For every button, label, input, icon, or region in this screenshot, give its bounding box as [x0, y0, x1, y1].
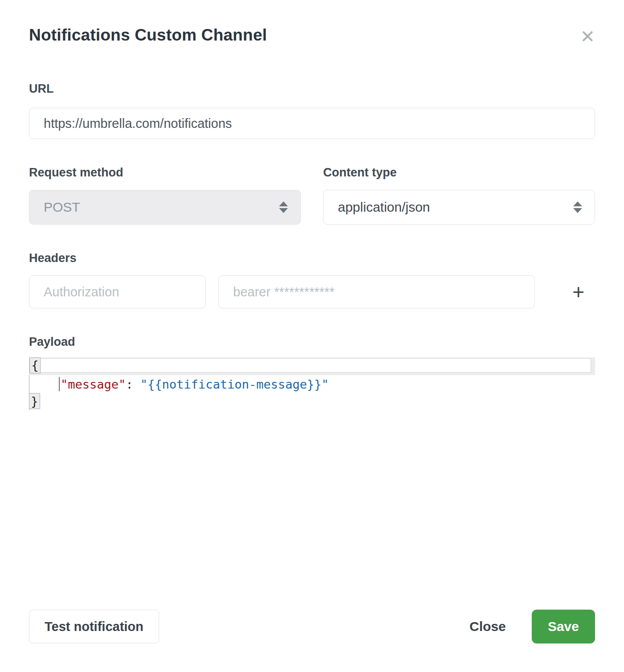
dialog-header: Notifications Custom Channel ✕	[29, 26, 595, 45]
close-button[interactable]: ✕	[580, 28, 595, 45]
json-separator-token: :	[126, 377, 140, 391]
json-value-token: "{{notification-message}}"	[140, 377, 329, 391]
dialog-footer: Test notification Close Save	[29, 610, 595, 643]
code-line: }	[29, 393, 595, 410]
request-method-label: Request method	[29, 165, 301, 180]
headers-section: Headers +	[29, 250, 595, 308]
code-line: "message": "{{notification-message}}"	[29, 375, 595, 393]
url-label: URL	[29, 81, 595, 96]
json-key-token: "message"	[61, 377, 126, 391]
headers-label: Headers	[29, 250, 595, 266]
text-cursor	[59, 377, 60, 391]
select-arrows-icon	[279, 201, 288, 213]
url-input[interactable]	[29, 108, 595, 139]
content-type-label: Content type	[323, 165, 595, 180]
content-type-value: application/json	[338, 200, 430, 215]
payload-section: Payload { "message": "{{notification-mes…	[29, 334, 595, 410]
code-line-active: {	[29, 357, 595, 375]
add-header-button[interactable]: +	[570, 282, 587, 302]
notification-channel-dialog: Notifications Custom Channel ✕ URL Reque…	[0, 0, 624, 672]
request-method-field: Request method POST	[29, 165, 301, 225]
footer-actions: Close Save	[469, 610, 595, 643]
payload-code-editor[interactable]: { "message": "{{notification-message}}" …	[29, 357, 595, 410]
url-section: URL	[29, 81, 595, 139]
header-row: +	[29, 275, 595, 308]
header-name-input[interactable]	[29, 275, 206, 308]
content-type-field: Content type application/json	[323, 165, 595, 225]
close-dialog-button[interactable]: Close	[469, 619, 506, 634]
page-title: Notifications Custom Channel	[29, 26, 267, 45]
close-brace-token: }	[29, 393, 40, 409]
payload-label: Payload	[29, 334, 595, 349]
header-value-input[interactable]	[218, 275, 535, 308]
select-arrows-icon	[573, 201, 582, 213]
code-lines: "message": "{{notification-message}}" }	[29, 375, 595, 410]
close-icon: ✕	[580, 27, 595, 46]
plus-icon: +	[572, 280, 584, 303]
request-method-value: POST	[44, 200, 80, 215]
save-button[interactable]: Save	[532, 610, 595, 643]
content-type-select[interactable]: application/json	[323, 190, 595, 225]
request-method-select: POST	[29, 190, 301, 225]
test-notification-button[interactable]: Test notification	[29, 610, 159, 643]
open-brace-token: {	[29, 357, 41, 373]
method-content-row: Request method POST Content type applica…	[29, 165, 595, 225]
